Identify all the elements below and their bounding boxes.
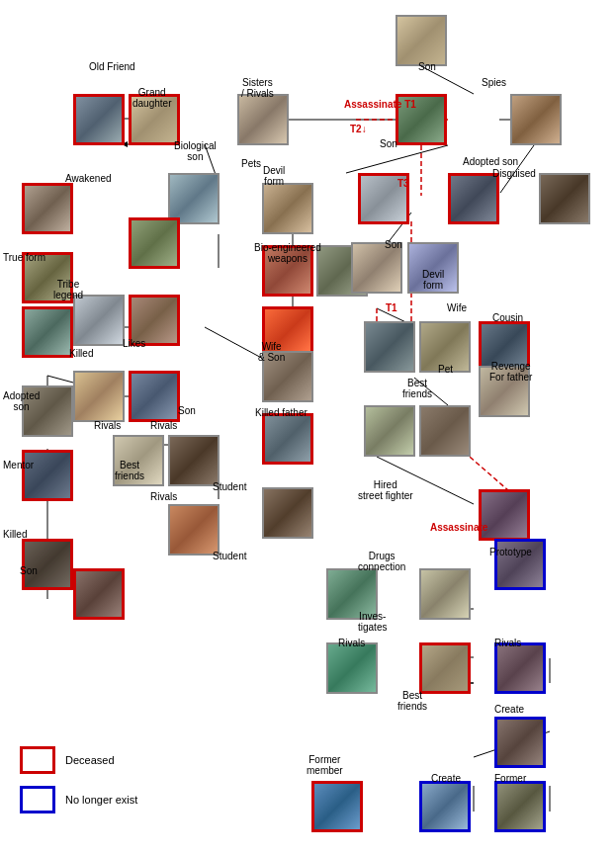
legend-deceased-box [20,746,55,774]
char-law[interactable] [168,504,220,556]
label-grand-daughter: Granddaughter [132,87,171,109]
legend-deceased: Deceased [20,746,137,774]
char-tribe-legend[interactable] [22,306,73,358]
char-devil-jin-top[interactable] [262,183,313,234]
label-best-friends: Bestfriends [115,460,144,481]
label-killed-father: Killed father [255,407,308,418]
label-tribe-legend: Tribelegend [53,279,83,300]
label-assassinate: Assassinate T1 [344,99,416,110]
char-eddy[interactable] [326,642,378,694]
char-ogre[interactable] [22,183,73,234]
char-jack5[interactable] [494,642,546,694]
label-biological-son: Biologicalson [174,140,217,162]
label-rivals-jack: Rivals [494,638,521,648]
label-mentor: Mentor [3,460,34,470]
char-baek[interactable] [129,371,180,422]
legend-no-longer-label: No longer exist [65,794,137,806]
label-disguised: Disguised [492,168,536,179]
char-jack-hired[interactable] [479,489,530,541]
label-pets: Pets [241,158,261,169]
label-devil-form-top: Devilform [263,165,285,187]
label-likes: Likes [123,338,145,349]
legend-deceased-label: Deceased [65,754,115,766]
char-nina[interactable] [237,94,289,145]
char-forest[interactable] [262,487,313,539]
label-bio-engineered: Bio-engineeredweapons [254,242,321,264]
label-best-friends-xiao: Bestfriends [402,378,432,399]
label-devil-form-mid: Devilform [422,269,444,291]
label-awakened: Awakened [65,173,112,184]
label-killed-top: Killed [69,348,93,359]
char-lei[interactable] [419,568,471,620]
label-son-top: Son [418,61,436,72]
svg-line-9 [346,145,448,173]
label-best-friends-bot: Bestfriends [397,690,427,712]
label-t1-mid: T1 [386,302,397,313]
legend-no-longer: No longer exist [20,786,137,813]
char-former-member[interactable] [311,781,363,832]
label-t2: T2↓ [350,124,367,134]
char-panda[interactable] [419,405,471,457]
label-rivals-baek: Rivals [150,420,177,431]
char-killed-bottom[interactable] [22,539,73,590]
label-killed-mid: Killed [3,529,27,540]
char-king[interactable] [73,371,125,422]
label-rivals-eddy: Rivals [338,638,365,648]
char-mentor[interactable] [22,450,73,501]
label-create: Create [494,704,524,715]
label-former-member: Formermember [307,754,343,776]
char-new-model2[interactable] [494,781,546,832]
label-rivals-2: Rivals [150,491,177,502]
label-t3: T3 [397,178,409,189]
char-armor-king[interactable] [448,173,499,224]
char-killed-father[interactable] [262,413,313,465]
char-marshall[interactable] [168,435,220,486]
label-hired-street: Hiredstreet fighter [358,479,413,501]
char-jun[interactable] [129,217,180,269]
char-bruce[interactable] [73,568,125,620]
label-adopted-son-top: Adopted son [463,156,518,167]
label-son-jin: Son [385,239,402,250]
label-drugs: Drugsconnection [358,551,405,572]
char-disguised[interactable] [539,173,590,224]
char-jack6[interactable] [494,717,546,768]
label-sisters: Sisters/ Rivals [241,77,274,99]
label-old-friend: Old Friend [89,61,135,72]
label-son-mid: Son [380,138,397,149]
char-heihachi-top[interactable] [396,15,447,66]
char-xiaoyu[interactable] [364,321,415,373]
label-assassinate-2: Assassinate [430,522,487,533]
char-yoshimitsu[interactable] [73,295,125,346]
label-son-bot: Son [20,565,38,576]
label-schoolmates: Wife [447,302,467,313]
label-prototype: Prototype [489,547,532,557]
label-investigates: Inves-tigates [358,611,387,633]
label-son-mid2: Son [178,405,196,416]
char-new-model1[interactable] [419,781,471,832]
label-new-model-1: Create [431,773,461,784]
char-anna[interactable] [364,405,415,457]
char-lee[interactable] [510,94,562,145]
legend-no-longer-box [20,786,55,813]
label-student-top: Student [213,481,246,492]
label-rivals-king: Rivals [94,420,121,431]
label-student-bot: Student [213,551,246,561]
label-pet: Pet [438,364,453,375]
char-heihachi-bottom[interactable] [419,642,471,694]
diagram-container: Old Friend Son Sisters/ Rivals Assassina… [0,0,616,855]
label-adopted-son: Adoptedson [3,390,40,412]
legend: Deceased No longer exist [20,746,137,825]
label-spies: Spies [482,77,506,88]
char-wang[interactable] [73,94,125,145]
label-wife-son: Wife& Son [258,341,285,363]
label-cousin: Cousin [492,312,523,323]
label-new-model-2: Former [494,773,526,784]
label-revenge: RevengeFor father [489,361,532,383]
label-true-form: True form [3,252,45,263]
